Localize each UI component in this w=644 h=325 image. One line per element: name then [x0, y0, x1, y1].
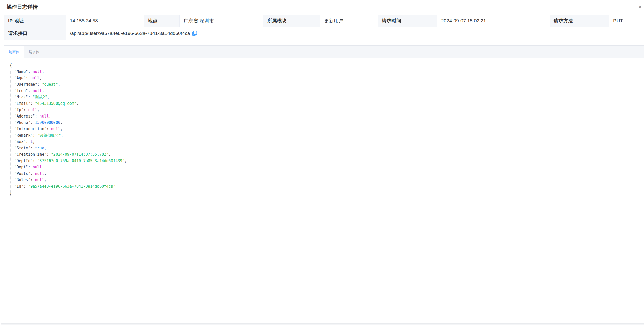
desc-value: 2024-09-07 15:02:21 [437, 15, 550, 27]
desc-value-text: PUT [613, 18, 623, 23]
response-body-panel: { "Name": null, "Age": null, "UserName":… [4, 58, 644, 201]
close-icon: ✕ [638, 5, 642, 9]
response-json-code: { "Name": null, "Age": null, "UserName":… [4, 58, 644, 196]
dialog-header: 操作日志详情 [0, 0, 644, 11]
desc-label: 请求时间 [378, 15, 437, 27]
tab-request-body[interactable]: 请求体 [24, 46, 44, 58]
bottom-scroll-strip [1, 323, 644, 325]
desc-row: 请求接口/api/app/user/9a57a4e8-e196-663a-784… [4, 27, 644, 40]
desc-value-text: 更新用户 [324, 18, 343, 23]
desc-value: 广东省 深圳市 [180, 15, 263, 27]
desc-label: 地点 [144, 15, 180, 27]
desc-value: 14.155.34.58 [66, 15, 144, 27]
drawer-left-border [1, 0, 1, 325]
body-tabs: 响应体请求体 { "Name": null, "Age": null, "Use… [4, 45, 644, 201]
desc-value-text: 14.155.34.58 [70, 18, 98, 23]
indent-guide-line [10, 70, 11, 196]
desc-value: /api/app/user/9a57a4e8-e196-663a-7841-3a… [66, 27, 644, 40]
close-button[interactable]: ✕ [637, 4, 643, 10]
desc-value-text: 广东省 深圳市 [184, 18, 214, 23]
desc-row: IP 地址14.155.34.58地点广东省 深圳市所属模块更新用户请求时间20… [4, 15, 644, 27]
desc-value: PUT [609, 15, 644, 27]
desc-value: 更新用户 [320, 15, 378, 27]
log-detail-descriptions: IP 地址14.155.34.58地点广东省 深圳市所属模块更新用户请求时间20… [4, 15, 644, 40]
tab-response-body[interactable]: 响应体 [4, 46, 24, 58]
tabs-header: 响应体请求体 [4, 45, 644, 58]
desc-label: 请求方法 [550, 15, 609, 27]
page-title: 操作日志详情 [7, 4, 38, 10]
copy-icon [192, 31, 197, 36]
desc-value-text: 2024-09-07 15:02:21 [441, 18, 486, 23]
desc-label: 所属模块 [263, 15, 320, 27]
copy-button[interactable] [192, 31, 197, 36]
desc-label: IP 地址 [4, 15, 66, 27]
desc-label: 请求接口 [4, 27, 66, 40]
desc-value-text: /api/app/user/9a57a4e8-e196-663a-7841-3a… [70, 31, 190, 36]
